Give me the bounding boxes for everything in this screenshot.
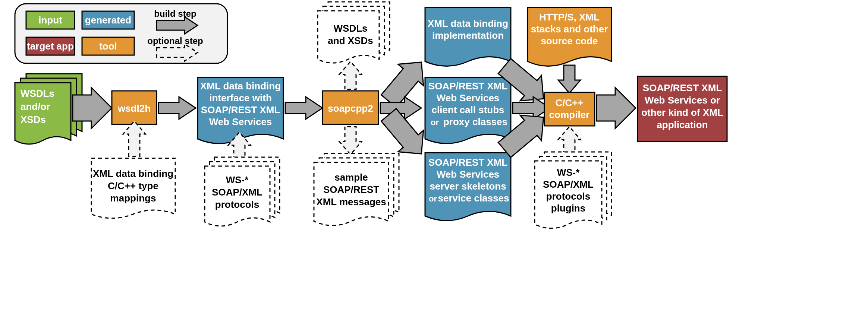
node-target-app: SOAP/REST XML Web Services or other kind… <box>638 76 727 142</box>
svg-text:or: or <box>431 118 439 127</box>
arrow-wsdl2h-to-iface <box>158 97 196 119</box>
svg-text:Web Services: Web Services <box>437 169 500 180</box>
legend-generated-label: generated <box>85 15 131 26</box>
svg-text:WS-*: WS-* <box>226 174 249 185</box>
arrow-soapcpp2-to-impl <box>379 62 425 109</box>
svg-text:source code: source code <box>541 35 598 47</box>
svg-text:SOAP/REST XML: SOAP/REST XML <box>428 157 507 168</box>
legend-target-label: target app <box>27 41 74 52</box>
arrow-wsplugins-to-compiler <box>558 127 581 155</box>
node-wsdls-xsds-out: WSDLs and XSDs <box>318 2 390 63</box>
svg-text:XSDs: XSDs <box>21 114 46 125</box>
svg-text:proxy classes: proxy classes <box>443 116 507 127</box>
svg-text:SOAP/XML: SOAP/XML <box>212 187 262 198</box>
legend-input-label: input <box>38 15 62 26</box>
svg-text:Web Services: Web Services <box>209 116 272 127</box>
node-client-stubs: SOAP/REST XML Web Services client call s… <box>425 77 511 144</box>
node-server-skeletons: SOAP/REST XML Web Services server skelet… <box>425 153 511 221</box>
legend-build-step-label: build step <box>154 9 196 19</box>
svg-text:Web Services or: Web Services or <box>645 95 720 106</box>
arrow-soapcpp2-to-wsdlsxsds <box>339 61 362 89</box>
arrow-typemappings-to-wsdl2h <box>123 121 145 156</box>
svg-text:sample: sample <box>334 172 368 183</box>
node-ws-protocols: WS-* SOAP/XML protocols <box>205 157 280 226</box>
node-http-xml-stacks: HTTP/S, XML stacks and other source code <box>528 7 611 66</box>
svg-text:SOAP/REST XML: SOAP/REST XML <box>201 104 280 115</box>
svg-text:mappings: mappings <box>110 193 156 204</box>
svg-text:server skeletons: server skeletons <box>430 181 506 192</box>
svg-text:protocols: protocols <box>215 199 259 210</box>
svg-text:compiler: compiler <box>549 109 589 120</box>
svg-text:Web Services: Web Services <box>437 92 500 104</box>
svg-text:soapcpp2: soapcpp2 <box>328 103 373 114</box>
svg-text:plugins: plugins <box>551 203 585 214</box>
svg-text:SOAP/REST XML: SOAP/REST XML <box>428 80 507 92</box>
svg-text:client call stubs: client call stubs <box>431 104 504 115</box>
svg-text:WSDLs: WSDLs <box>334 23 368 34</box>
svg-text:and XSDs: and XSDs <box>328 35 373 46</box>
svg-text:WSDLs: WSDLs <box>21 88 54 99</box>
arrow-httpstacks-to-compiler <box>558 65 581 93</box>
svg-text:C/C++: C/C++ <box>555 97 583 108</box>
svg-text:XML messages: XML messages <box>316 196 386 207</box>
svg-text:service classes: service classes <box>438 193 509 204</box>
svg-text:protocols: protocols <box>546 191 590 202</box>
node-wsdl2h: wsdl2h <box>112 91 157 124</box>
node-type-mappings: XML data binding C/C++ type mappings <box>91 158 175 218</box>
svg-text:application: application <box>657 119 708 130</box>
svg-text:wsdl2h: wsdl2h <box>117 103 151 114</box>
legend: input target app generated tool build st… <box>15 4 227 63</box>
node-xml-binding-impl: XML data binding implementation <box>425 7 511 66</box>
svg-text:other kind of XML: other kind of XML <box>641 107 723 118</box>
svg-text:SOAP/REST XML: SOAP/REST XML <box>643 82 722 93</box>
svg-text:C/C++ type: C/C++ type <box>108 180 158 191</box>
arrow-soapcpp2-to-samples <box>339 127 362 155</box>
svg-text:interface with: interface with <box>209 92 272 104</box>
svg-text:stacks and other: stacks and other <box>531 23 608 35</box>
svg-text:HTTP/S, XML: HTTP/S, XML <box>539 12 600 23</box>
svg-text:or: or <box>429 194 437 203</box>
node-soapcpp2: soapcpp2 <box>323 91 378 124</box>
legend-optional-step-label: optional step <box>147 36 203 46</box>
svg-text:XML data binding: XML data binding <box>200 80 281 92</box>
arrow-iface-to-soapcpp2 <box>285 97 323 119</box>
svg-text:WS-*: WS-* <box>557 167 580 178</box>
svg-text:SOAP/REST: SOAP/REST <box>323 184 379 195</box>
node-sample-messages: sample SOAP/REST XML messages <box>314 153 399 226</box>
svg-text:XML data binding: XML data binding <box>93 168 173 179</box>
svg-text:and/or: and/or <box>21 101 50 112</box>
legend-tool-label: tool <box>99 41 117 52</box>
node-ws-protocols-plugins: WS-* SOAP/XML protocols plugins <box>535 152 611 228</box>
svg-text:implementation: implementation <box>432 30 504 41</box>
arrow-compiler-to-target <box>597 88 636 128</box>
node-compiler: C/C++ compiler <box>544 92 595 126</box>
svg-text:XML data binding: XML data binding <box>428 18 508 29</box>
node-wsdls-xsds-input: WSDLs and/or XSDs <box>15 74 82 144</box>
svg-text:SOAP/XML: SOAP/XML <box>543 179 594 190</box>
arrow-soapcpp2-to-skeletons <box>379 107 425 154</box>
